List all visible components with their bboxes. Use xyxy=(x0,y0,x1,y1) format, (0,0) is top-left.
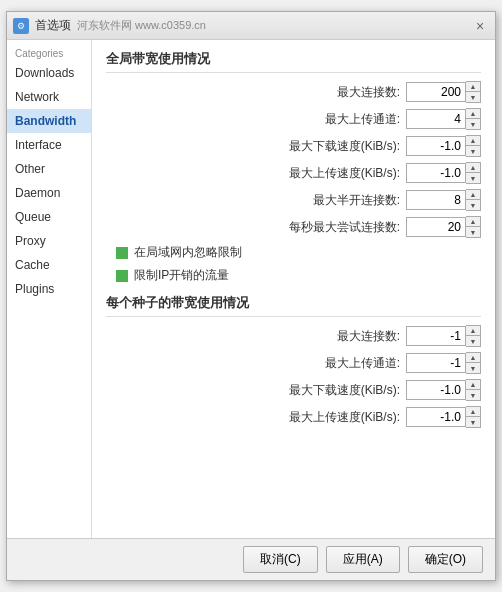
global-field-2: 最大下载速度(KiB/s): ▲ ▼ xyxy=(106,135,481,157)
close-button[interactable]: × xyxy=(471,17,489,35)
spin-pt-max-upload-slots: ▲ ▼ xyxy=(406,352,481,374)
preferences-window: ⚙ 首选项 河东软件网 www.c0359.cn × Categories Do… xyxy=(6,11,496,581)
label-max-upload-slots: 最大上传通道: xyxy=(106,111,406,128)
spin-down-3[interactable]: ▼ xyxy=(466,173,480,183)
checkbox-icon-1 xyxy=(116,247,128,259)
label-pt-max-connections: 最大连接数: xyxy=(106,328,406,345)
spin-btns-pt-0: ▲ ▼ xyxy=(466,325,481,347)
sidebar-item-plugins[interactable]: Plugins xyxy=(7,277,91,301)
input-max-half-open[interactable] xyxy=(406,190,466,210)
input-pt-max-upload-slots[interactable] xyxy=(406,353,466,373)
spin-max-upload-speed: ▲ ▼ xyxy=(406,162,481,184)
spin-down-5[interactable]: ▼ xyxy=(466,227,480,237)
input-max-upload-slots[interactable] xyxy=(406,109,466,129)
per-torrent-field-0: 最大连接数: ▲ ▼ xyxy=(106,325,481,347)
window-title: 首选项 xyxy=(35,17,71,34)
spin-up-2[interactable]: ▲ xyxy=(466,136,480,146)
sidebar: Categories Downloads Network Bandwidth I… xyxy=(7,40,92,538)
title-bar-left: ⚙ 首选项 河东软件网 www.c0359.cn xyxy=(13,17,206,34)
sidebar-item-downloads[interactable]: Downloads xyxy=(7,61,91,85)
spin-down-pt-1[interactable]: ▼ xyxy=(466,363,480,373)
watermark: 河东软件网 www.c0359.cn xyxy=(77,18,206,33)
sidebar-item-bandwidth[interactable]: Bandwidth xyxy=(7,109,91,133)
checkbox-row-2[interactable]: 限制IP开销的流量 xyxy=(116,267,481,284)
main-content: Categories Downloads Network Bandwidth I… xyxy=(7,40,495,538)
input-pt-max-connections[interactable] xyxy=(406,326,466,346)
spin-down-pt-0[interactable]: ▼ xyxy=(466,336,480,346)
spin-btns-pt-3: ▲ ▼ xyxy=(466,406,481,428)
sidebar-item-interface[interactable]: Interface xyxy=(7,133,91,157)
label-pt-max-upload-slots: 最大上传通道: xyxy=(106,355,406,372)
ok-button[interactable]: 确定(O) xyxy=(408,546,483,573)
spin-up-pt-1[interactable]: ▲ xyxy=(466,353,480,363)
spin-up-5[interactable]: ▲ xyxy=(466,217,480,227)
spin-btns-pt-1: ▲ ▼ xyxy=(466,352,481,374)
input-pt-max-download-speed[interactable] xyxy=(406,380,466,400)
global-field-4: 最大半开连接数: ▲ ▼ xyxy=(106,189,481,211)
spin-btns-1: ▲ ▼ xyxy=(466,108,481,130)
cancel-button[interactable]: 取消(C) xyxy=(243,546,318,573)
label-pt-max-download-speed: 最大下载速度(KiB/s): xyxy=(106,382,406,399)
spin-up-pt-2[interactable]: ▲ xyxy=(466,380,480,390)
spin-max-half-open: ▲ ▼ xyxy=(406,189,481,211)
checkbox-row-1[interactable]: 在局域网内忽略限制 xyxy=(116,244,481,261)
spin-up-3[interactable]: ▲ xyxy=(466,163,480,173)
input-max-connections[interactable] xyxy=(406,82,466,102)
label-max-upload-speed: 最大上传速度(KiB/s): xyxy=(106,165,406,182)
spin-pt-max-upload-speed: ▲ ▼ xyxy=(406,406,481,428)
global-field-0: 最大连接数: ▲ ▼ xyxy=(106,81,481,103)
spin-btns-2: ▲ ▼ xyxy=(466,135,481,157)
per-torrent-field-2: 最大下载速度(KiB/s): ▲ ▼ xyxy=(106,379,481,401)
spin-up-1[interactable]: ▲ xyxy=(466,109,480,119)
content-panel: 全局带宽使用情况 最大连接数: ▲ ▼ 最大上传通道: ▲ xyxy=(92,40,495,538)
global-field-3: 最大上传速度(KiB/s): ▲ ▼ xyxy=(106,162,481,184)
spin-max-upload-slots: ▲ ▼ xyxy=(406,108,481,130)
sidebar-item-queue[interactable]: Queue xyxy=(7,205,91,229)
spin-down-2[interactable]: ▼ xyxy=(466,146,480,156)
global-section-title: 全局带宽使用情况 xyxy=(106,50,481,73)
per-torrent-field-3: 最大上传速度(KiB/s): ▲ ▼ xyxy=(106,406,481,428)
spin-max-connect-speed: ▲ ▼ xyxy=(406,216,481,238)
global-field-5: 每秒最大尝试连接数: ▲ ▼ xyxy=(106,216,481,238)
apply-button[interactable]: 应用(A) xyxy=(326,546,400,573)
per-torrent-section-title: 每个种子的带宽使用情况 xyxy=(106,294,481,317)
spin-btns-0: ▲ ▼ xyxy=(466,81,481,103)
spin-up-pt-3[interactable]: ▲ xyxy=(466,407,480,417)
checkbox-icon-2 xyxy=(116,270,128,282)
label-pt-max-upload-speed: 最大上传速度(KiB/s): xyxy=(106,409,406,426)
spin-btns-4: ▲ ▼ xyxy=(466,189,481,211)
spin-max-download-speed: ▲ ▼ xyxy=(406,135,481,157)
spin-btns-pt-2: ▲ ▼ xyxy=(466,379,481,401)
spin-pt-max-download-speed: ▲ ▼ xyxy=(406,379,481,401)
sidebar-item-cache[interactable]: Cache xyxy=(7,253,91,277)
spin-max-connections: ▲ ▼ xyxy=(406,81,481,103)
sidebar-item-other[interactable]: Other xyxy=(7,157,91,181)
label-max-download-speed: 最大下载速度(KiB/s): xyxy=(106,138,406,155)
sidebar-item-proxy[interactable]: Proxy xyxy=(7,229,91,253)
sidebar-item-daemon[interactable]: Daemon xyxy=(7,181,91,205)
footer: 取消(C) 应用(A) 确定(O) xyxy=(7,538,495,580)
spin-up-0[interactable]: ▲ xyxy=(466,82,480,92)
app-icon: ⚙ xyxy=(13,18,29,34)
input-max-connect-speed[interactable] xyxy=(406,217,466,237)
spin-down-1[interactable]: ▼ xyxy=(466,119,480,129)
spin-down-pt-3[interactable]: ▼ xyxy=(466,417,480,427)
per-torrent-field-1: 最大上传通道: ▲ ▼ xyxy=(106,352,481,374)
spin-down-4[interactable]: ▼ xyxy=(466,200,480,210)
spin-up-pt-0[interactable]: ▲ xyxy=(466,326,480,336)
spin-down-pt-2[interactable]: ▼ xyxy=(466,390,480,400)
spin-pt-max-connections: ▲ ▼ xyxy=(406,325,481,347)
spin-up-4[interactable]: ▲ xyxy=(466,190,480,200)
spin-btns-5: ▲ ▼ xyxy=(466,216,481,238)
input-pt-max-upload-speed[interactable] xyxy=(406,407,466,427)
checkbox-label-2: 限制IP开销的流量 xyxy=(134,267,229,284)
label-max-connect-speed: 每秒最大尝试连接数: xyxy=(106,219,406,236)
input-max-download-speed[interactable] xyxy=(406,136,466,156)
global-field-1: 最大上传通道: ▲ ▼ xyxy=(106,108,481,130)
input-max-upload-speed[interactable] xyxy=(406,163,466,183)
spin-btns-3: ▲ ▼ xyxy=(466,162,481,184)
spin-down-0[interactable]: ▼ xyxy=(466,92,480,102)
label-max-half-open: 最大半开连接数: xyxy=(106,192,406,209)
checkbox-label-1: 在局域网内忽略限制 xyxy=(134,244,242,261)
sidebar-item-network[interactable]: Network xyxy=(7,85,91,109)
